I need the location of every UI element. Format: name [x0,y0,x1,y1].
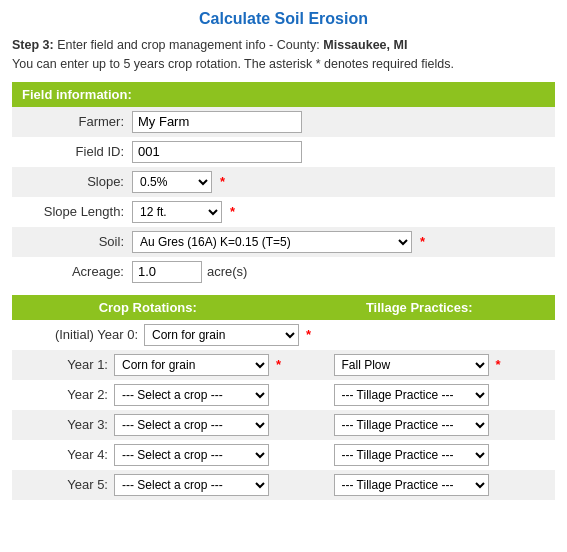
county-label: Missaukee, MI [323,38,407,52]
year1-crop-area: Corn for grain Soybeans Wheat Hay * [114,354,334,376]
year1-label: Year 1: [14,357,114,372]
page-title: Calculate Soil Erosion [12,10,555,28]
year4-crop-area: --- Select a crop --- Corn for grain Soy… [114,444,334,466]
year0-row: (Initial) Year 0: Corn for grain Soybean… [12,320,555,350]
acreage-row: Acreage: acre(s) [12,257,555,287]
acreage-unit: acre(s) [207,264,247,279]
slope-length-required: * [230,204,235,219]
year0-label: (Initial) Year 0: [14,327,144,342]
year0-required: * [306,327,311,342]
slope-length-control: 12 ft. 25 ft. 50 ft. 100 ft. 200 ft. * [132,201,555,223]
farmer-label: Farmer: [12,114,132,129]
tillage-practices-header: Tillage Practices: [284,295,556,320]
step-description: Enter field and crop management info - C… [57,38,320,52]
field-id-label: Field ID: [12,144,132,159]
year0-crop-area: Corn for grain Soybeans Wheat Hay * [144,324,553,346]
year3-crop-select[interactable]: --- Select a crop --- Corn for grain Soy… [114,414,269,436]
year1-tillage-area: Fall Plow Spring Plow No Till Chisel Plo… [334,354,554,376]
soil-required: * [420,234,425,249]
soil-select[interactable]: Au Gres (16A) K=0.15 (T=5) [132,231,412,253]
slope-row: Slope: 0.5% 1% 2% 3% 5% 8% 10% * [12,167,555,197]
year2-tillage-area: --- Tillage Practice --- Fall Plow Sprin… [334,384,554,406]
year4-tillage-area: --- Tillage Practice --- Fall Plow Sprin… [334,444,554,466]
year5-crop-select[interactable]: --- Select a crop --- Corn for grain Soy… [114,474,269,496]
year2-row: Year 2: --- Select a crop --- Corn for g… [12,380,555,410]
year1-tillage-select[interactable]: Fall Plow Spring Plow No Till Chisel Plo… [334,354,489,376]
slope-required: * [220,174,225,189]
year3-row: Year 3: --- Select a crop --- Corn for g… [12,410,555,440]
slope-label: Slope: [12,174,132,189]
year5-label: Year 5: [14,477,114,492]
step-note: You can enter up to 5 years crop rotatio… [12,57,454,71]
rotation-header-row: Crop Rotations: Tillage Practices: [12,295,555,320]
year4-tillage-select[interactable]: --- Tillage Practice --- Fall Plow Sprin… [334,444,489,466]
slope-length-select[interactable]: 12 ft. 25 ft. 50 ft. 100 ft. 200 ft. [132,201,222,223]
soil-row: Soil: Au Gres (16A) K=0.15 (T=5) * [12,227,555,257]
year1-crop-select[interactable]: Corn for grain Soybeans Wheat Hay [114,354,269,376]
year4-row: Year 4: --- Select a crop --- Corn for g… [12,440,555,470]
year5-tillage-area: --- Tillage Practice --- Fall Plow Sprin… [334,474,554,496]
year4-crop-select[interactable]: --- Select a crop --- Corn for grain Soy… [114,444,269,466]
field-id-input[interactable] [132,141,302,163]
year1-crop-required: * [276,357,281,372]
acreage-label: Acreage: [12,264,132,279]
soil-control: Au Gres (16A) K=0.15 (T=5) * [132,231,555,253]
year3-tillage-select[interactable]: --- Tillage Practice --- Fall Plow Sprin… [334,414,489,436]
field-info-header: Field information: [12,82,555,107]
year5-crop-area: --- Select a crop --- Corn for grain Soy… [114,474,334,496]
farmer-input[interactable] [132,111,302,133]
year2-crop-select[interactable]: --- Select a crop --- Corn for grain Soy… [114,384,269,406]
acreage-input[interactable] [132,261,202,283]
year0-crop-select[interactable]: Corn for grain Soybeans Wheat Hay [144,324,299,346]
crop-rotations-header: Crop Rotations: [12,295,284,320]
year3-label: Year 3: [14,417,114,432]
slope-select[interactable]: 0.5% 1% 2% 3% 5% 8% 10% [132,171,212,193]
year3-tillage-area: --- Tillage Practice --- Fall Plow Sprin… [334,414,554,436]
year1-row: Year 1: Corn for grain Soybeans Wheat Ha… [12,350,555,380]
slope-length-label: Slope Length: [12,204,132,219]
farmer-control [132,111,555,133]
year1-tillage-required: * [496,357,501,372]
field-id-row: Field ID: [12,137,555,167]
year2-crop-area: --- Select a crop --- Corn for grain Soy… [114,384,334,406]
acreage-control: acre(s) [132,261,555,283]
field-id-control [132,141,555,163]
year4-label: Year 4: [14,447,114,462]
year5-row: Year 5: --- Select a crop --- Corn for g… [12,470,555,500]
step-label: Step 3: [12,38,54,52]
step-info: Step 3: Enter field and crop management … [12,36,555,74]
soil-label: Soil: [12,234,132,249]
slope-control: 0.5% 1% 2% 3% 5% 8% 10% * [132,171,555,193]
year5-tillage-select[interactable]: --- Tillage Practice --- Fall Plow Sprin… [334,474,489,496]
year2-tillage-select[interactable]: --- Tillage Practice --- Fall Plow Sprin… [334,384,489,406]
year2-label: Year 2: [14,387,114,402]
year3-crop-area: --- Select a crop --- Corn for grain Soy… [114,414,334,436]
slope-length-row: Slope Length: 12 ft. 25 ft. 50 ft. 100 f… [12,197,555,227]
farmer-row: Farmer: [12,107,555,137]
